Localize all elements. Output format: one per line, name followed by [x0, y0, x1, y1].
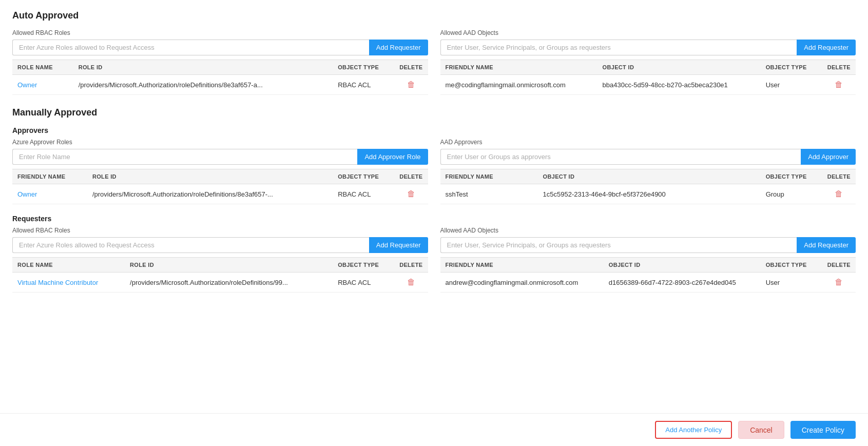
cancel-button[interactable]: Cancel [738, 421, 784, 439]
add-another-policy-button[interactable]: Add Another Policy [655, 421, 732, 439]
delete-button[interactable]: 🗑 [394, 273, 428, 293]
col-delete: DELETE [394, 169, 428, 184]
col-role-id: ROLE ID [73, 60, 333, 75]
col-delete: DELETE [394, 60, 428, 75]
object-id-cell: 1c5c5952-2313-46e4-9bcf-e5f3726e4900 [538, 184, 761, 204]
object-type-cell: User [761, 273, 822, 293]
delete-button[interactable]: 🗑 [394, 75, 428, 95]
requesters-rbac-panel: Allowed RBAC Roles Add Requester ROLE NA… [12, 227, 428, 293]
auto-approved-aad-label: Allowed AAD Objects [440, 29, 856, 36]
create-policy-button[interactable]: Create Policy [790, 421, 856, 439]
role-id-cell: /providers/Microsoft.Authorization/roleD… [73, 75, 333, 95]
col-object-type: OBJECT TYPE [761, 169, 822, 184]
object-type-cell: RBAC ACL [333, 273, 394, 293]
col-friendly-name: FRIENDLY NAME [440, 60, 597, 75]
role-name-cell: Owner [12, 75, 73, 95]
approvers-aad-input[interactable] [440, 149, 801, 165]
approvers-aad-panel: AAD Approvers Add Approver FRIENDLY NAME… [440, 139, 856, 204]
table-row: Virtual Machine Contributor /providers/M… [12, 273, 428, 293]
approvers-aad-add-button[interactable]: Add Approver [801, 149, 856, 165]
requesters-aad-panel: Allowed AAD Objects Add Requester FRIEND… [440, 227, 856, 293]
requesters-aad-label: Allowed AAD Objects [440, 227, 856, 234]
requesters-rbac-table: ROLE NAME ROLE ID OBJECT TYPE DELETE Vir… [12, 257, 428, 293]
auto-approved-aad-input[interactable] [440, 40, 797, 55]
approvers-aad-label: AAD Approvers [440, 139, 856, 146]
auto-approved-rbac-panel: Allowed RBAC Roles Add Requester ROLE NA… [12, 29, 428, 95]
delete-button[interactable]: 🗑 [822, 75, 856, 95]
col-friendly-name: FRIENDLY NAME [12, 169, 87, 184]
col-object-type: OBJECT TYPE [761, 258, 822, 273]
col-role-id: ROLE ID [125, 258, 333, 273]
role-name-cell: Virtual Machine Contributor [12, 273, 125, 293]
auto-approved-aad-table: FRIENDLY NAME OBJECT ID OBJECT TYPE DELE… [440, 60, 856, 95]
auto-approved-rbac-label: Allowed RBAC Roles [12, 29, 428, 36]
object-type-cell: RBAC ACL [333, 75, 394, 95]
approvers-azure-input[interactable] [12, 149, 357, 165]
col-delete: DELETE [394, 258, 428, 273]
approvers-azure-label: Azure Approver Roles [12, 139, 428, 146]
table-row: Owner /providers/Microsoft.Authorization… [12, 184, 428, 204]
auto-approved-rbac-add-button[interactable]: Add Requester [369, 40, 428, 55]
requesters-aad-add-button[interactable]: Add Requester [797, 237, 856, 253]
manually-approved-title: Manually Approved [12, 107, 856, 118]
approvers-heading: Approvers [12, 126, 856, 134]
col-friendly-name: FRIENDLY NAME [440, 258, 604, 273]
table-row: Owner /providers/Microsoft.Authorization… [12, 75, 428, 95]
approvers-azure-panel: Azure Approver Roles Add Approver Role F… [12, 139, 428, 204]
auto-approved-aad-panel: Allowed AAD Objects Add Requester FRIEND… [440, 29, 856, 95]
col-delete: DELETE [822, 60, 856, 75]
approvers-aad-table: FRIENDLY NAME OBJECT ID OBJECT TYPE DELE… [440, 169, 856, 204]
object-type-cell: RBAC ACL [333, 184, 394, 204]
col-object-type: OBJECT TYPE [761, 60, 822, 75]
auto-approved-rbac-table: ROLE NAME ROLE ID OBJECT TYPE DELETE Own… [12, 60, 428, 95]
col-delete: DELETE [822, 258, 856, 273]
approvers-azure-table: FRIENDLY NAME ROLE ID OBJECT TYPE DELETE… [12, 169, 428, 204]
auto-approved-rbac-input[interactable] [12, 40, 369, 55]
object-type-cell: User [761, 75, 822, 95]
object-type-cell: Group [761, 184, 822, 204]
friendly-name-cell: me@codingflamingmail.onmicrosoft.com [440, 75, 597, 95]
delete-button[interactable]: 🗑 [394, 184, 428, 204]
col-object-id: OBJECT ID [538, 169, 761, 184]
col-object-type: OBJECT TYPE [333, 60, 394, 75]
role-id-cell: /providers/Microsoft.Authorization/roleD… [87, 184, 333, 204]
requesters-heading: Requesters [12, 215, 856, 223]
col-role-name: ROLE NAME [12, 60, 73, 75]
object-id-cell: bba430cc-5d59-48cc-b270-ac5beca230e1 [597, 75, 761, 95]
col-object-id: OBJECT ID [597, 60, 761, 75]
col-object-type: OBJECT TYPE [333, 169, 394, 184]
friendly-name-cell: andrew@codingflamingmail.onmicrosoft.com [440, 273, 604, 293]
approvers-azure-add-button[interactable]: Add Approver Role [357, 149, 428, 165]
footer: Add Another Policy Cancel Create Policy [0, 413, 868, 446]
col-role-name: ROLE NAME [12, 258, 125, 273]
delete-button[interactable]: 🗑 [822, 273, 856, 293]
role-id-cell: /providers/Microsoft.Authorization/roleD… [125, 273, 333, 293]
requesters-rbac-input[interactable] [12, 237, 369, 253]
col-role-id: ROLE ID [87, 169, 333, 184]
object-id-cell: d1656389-66d7-4722-8903-c267e4ded045 [604, 273, 761, 293]
table-row: sshTest 1c5c5952-2313-46e4-9bcf-e5f3726e… [440, 184, 856, 204]
col-friendly-name: FRIENDLY NAME [440, 169, 538, 184]
friendly-name-cell: sshTest [440, 184, 538, 204]
requesters-rbac-label: Allowed RBAC Roles [12, 227, 428, 234]
requesters-rbac-add-button[interactable]: Add Requester [369, 237, 428, 253]
col-object-id: OBJECT ID [604, 258, 761, 273]
col-object-type: OBJECT TYPE [333, 258, 394, 273]
col-delete: DELETE [822, 169, 856, 184]
auto-approved-aad-add-button[interactable]: Add Requester [797, 40, 856, 55]
table-row: me@codingflamingmail.onmicrosoft.com bba… [440, 75, 856, 95]
table-row: andrew@codingflamingmail.onmicrosoft.com… [440, 273, 856, 293]
friendly-name-cell: Owner [12, 184, 87, 204]
requesters-aad-table: FRIENDLY NAME OBJECT ID OBJECT TYPE DELE… [440, 257, 856, 293]
auto-approved-title: Auto Approved [12, 10, 856, 21]
requesters-aad-input[interactable] [440, 237, 797, 253]
delete-button[interactable]: 🗑 [822, 184, 856, 204]
